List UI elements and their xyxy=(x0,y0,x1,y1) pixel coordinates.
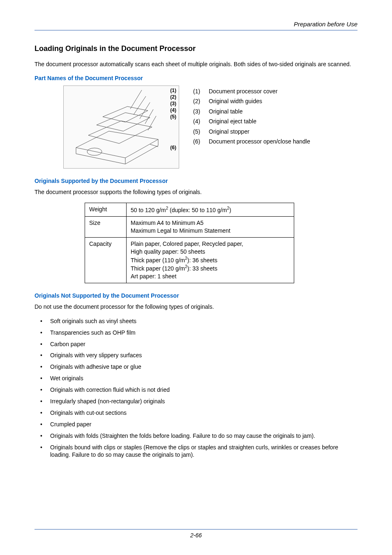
list-item: Carbon paper xyxy=(40,340,357,348)
table-row: Capacity Plain paper, Colored paper, Rec… xyxy=(85,238,294,283)
size-value: Maximum A4 to Minimum A5 Maximum Legal t… xyxy=(127,217,294,238)
legend-num: (3) xyxy=(193,106,204,117)
callout-4: (4) xyxy=(170,107,176,113)
weight-label: Weight xyxy=(85,203,127,217)
list-item: Originals with folds (Straighten the fol… xyxy=(40,432,357,440)
text: 50 to 120 g/m xyxy=(131,206,166,213)
text: ) xyxy=(229,206,231,213)
capacity-value: Plain paper, Colored paper, Recycled pap… xyxy=(127,238,294,283)
callout-6: (6) xyxy=(170,145,176,150)
list-item: Originals bound with clips or staples (R… xyxy=(40,444,357,459)
subheading-supported: Originals Supported by the Document Proc… xyxy=(35,178,357,184)
spec-table: Weight 50 to 120 g/m2 (duplex: 50 to 110… xyxy=(85,203,294,283)
supported-intro: The document processor supports the foll… xyxy=(35,188,357,196)
capacity-label: Capacity xyxy=(85,238,127,283)
list-item: Originals with correction fluid which is… xyxy=(40,386,357,394)
page-title: Loading Originals in the Document Proces… xyxy=(35,44,357,53)
svg-line-6 xyxy=(150,144,158,147)
table-row: Size Maximum A4 to Minimum A5 Maximum Le… xyxy=(85,217,294,238)
callout-5: (5) xyxy=(170,114,176,120)
not-supported-intro: Do not use the document processor for th… xyxy=(35,303,357,311)
legend-num: (4) xyxy=(193,116,204,127)
list-item: Originals with very slippery surfaces xyxy=(40,352,357,359)
legend-item: (5)Original stopper xyxy=(193,127,310,137)
legend-label: Original stopper xyxy=(209,127,249,137)
legend-label: Original table xyxy=(209,106,243,117)
subheading-part-names: Part Names of the Document Processor xyxy=(35,75,357,81)
text: Thick paper (110 g/m xyxy=(131,257,185,264)
not-supported-list: Soft originals such as vinyl sheets Tran… xyxy=(40,317,357,459)
running-header: Preparation before Use xyxy=(35,21,357,30)
list-item: Transparencies such as OHP film xyxy=(40,329,357,337)
legend-item: (1)Document processor cover xyxy=(193,86,310,97)
callout-3: (3) xyxy=(170,101,176,106)
callout-2: (2) xyxy=(170,94,176,100)
svg-point-0 xyxy=(87,148,102,155)
legend-label: Document processor cover xyxy=(209,86,277,97)
parts-legend: (1)Document processor cover (2)Original … xyxy=(193,86,310,169)
printer-illustration xyxy=(64,86,179,168)
text: Maximum A4 to Minimum A5 xyxy=(131,220,203,226)
list-item: Crumpled paper xyxy=(40,421,357,428)
text: Plain paper, Colored paper, Recycled pap… xyxy=(131,240,243,247)
size-label: Size xyxy=(85,217,127,238)
legend-item: (3)Original table xyxy=(193,106,310,117)
list-item: Irregularly shaped (non-rectangular) ori… xyxy=(40,398,357,405)
page-footer: 2-66 xyxy=(35,529,357,539)
legend-num: (5) xyxy=(193,127,204,137)
text: Maximum Legal to Minimum Statement xyxy=(131,227,231,234)
intro-paragraph: The document processor automatically sca… xyxy=(35,60,357,68)
legend-item: (6)Document processor open/close handle xyxy=(193,136,310,147)
list-item: Originals with adhesive tape or glue xyxy=(40,363,357,371)
legend-item: (4)Original eject table xyxy=(193,116,310,127)
legend-label: Original eject table xyxy=(209,116,256,127)
legend-num: (2) xyxy=(193,96,204,106)
text: Art paper: 1 sheet xyxy=(131,273,176,280)
text: Thick paper (120 g/m xyxy=(131,265,185,272)
parts-row: (1) (2) (3) (4) (5) (6) (1)Document proc… xyxy=(35,86,357,169)
text: ): 33 sheets xyxy=(187,265,217,272)
text: ): 36 sheets xyxy=(187,257,217,264)
legend-num: (6) xyxy=(193,136,204,147)
manual-page: Preparation before Use Loading Originals… xyxy=(0,0,392,555)
text: High quality paper: 50 sheets xyxy=(131,248,205,255)
legend-label: Document processor open/close handle xyxy=(209,136,310,147)
text: (duplex: 50 to 110 g/m xyxy=(168,206,227,213)
list-item: Originals with cut-out sections xyxy=(40,409,357,417)
subheading-not-supported: Originals Not Supported by the Document … xyxy=(35,292,357,299)
page-number: 2-66 xyxy=(190,532,202,539)
weight-value: 50 to 120 g/m2 (duplex: 50 to 110 g/m2) xyxy=(127,203,294,217)
legend-label: Original width guides xyxy=(209,96,262,106)
legend-num: (1) xyxy=(193,86,204,97)
legend-item: (2)Original width guides xyxy=(193,96,310,106)
callout-1: (1) xyxy=(170,88,176,93)
svg-line-1 xyxy=(130,90,142,109)
table-row: Weight 50 to 120 g/m2 (duplex: 50 to 110… xyxy=(85,203,294,217)
list-item: Wet originals xyxy=(40,375,357,382)
list-item: Soft originals such as vinyl sheets xyxy=(40,317,357,325)
document-processor-diagram: (1) (2) (3) (4) (5) (6) xyxy=(63,86,179,169)
